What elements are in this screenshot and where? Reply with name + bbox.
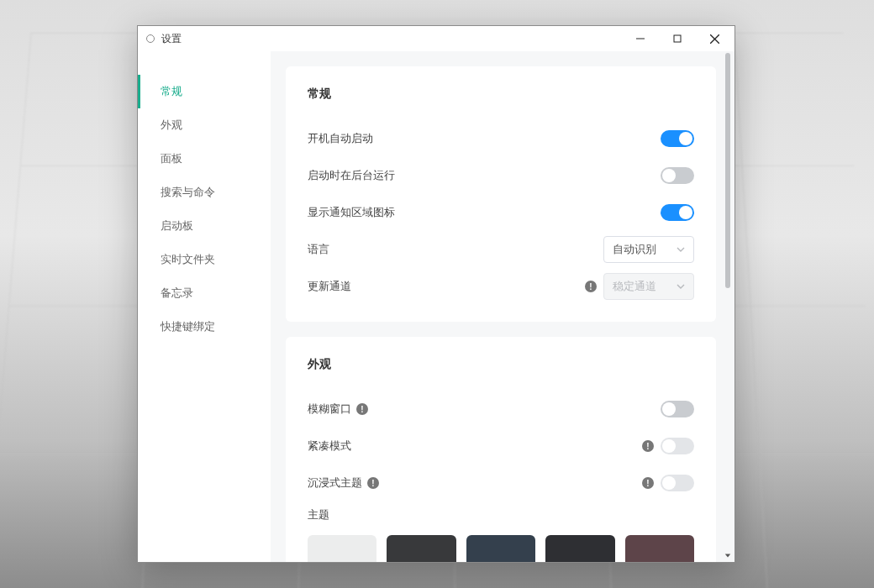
theme-swatch[interactable] [387,535,455,562]
info-icon[interactable]: ! [642,440,654,452]
sidebar-item-label: 实时文件夹 [161,252,215,267]
window-title: 设置 [161,32,182,46]
row-compact: 紧凑模式 ! [308,428,694,465]
theme-swatch[interactable] [466,535,535,562]
toggle-tray[interactable] [661,204,694,221]
titlebar: 设置 [138,26,734,51]
sidebar-item-label: 常规 [161,84,182,99]
row-tray: 显示通知区域图标 [308,194,694,231]
sidebar-item-appearance[interactable]: 外观 [138,108,271,142]
sidebar-item-label: 快捷键绑定 [161,319,215,334]
svg-marker-4 [725,554,730,557]
select-value: 稳定通道 [613,279,656,294]
row-label: 启动时在后台运行 [308,168,395,183]
row-label: 沉浸式主题 ! [308,475,379,491]
info-icon[interactable]: ! [642,477,654,489]
scrollbar-thumb[interactable] [725,53,730,288]
card-title: 外观 [308,357,694,372]
theme-swatch[interactable] [625,535,694,562]
sidebar-item-label: 搜索与命令 [161,185,215,200]
toggle-background[interactable] [661,167,694,184]
row-label: 语言 [308,242,329,257]
content-scroll: 常规 开机自动启动 启动时在后台运行 显示通知区域图标 [286,66,729,562]
theme-swatches [308,535,694,562]
row-label: 显示通知区域图标 [308,205,395,220]
row-blur: 模糊窗口 ! [308,391,694,428]
close-button[interactable] [696,26,733,51]
maximize-button[interactable] [659,26,696,51]
row-label: 主题 [308,507,329,522]
content-area: 常规 开机自动启动 启动时在后台运行 显示通知区域图标 [271,51,734,562]
select-value: 自动识别 [613,242,656,257]
scrollbar[interactable] [721,53,734,562]
sidebar-item-label: 外观 [161,118,182,133]
sidebar-item-search[interactable]: 搜索与命令 [138,176,271,209]
card-appearance: 外观 模糊窗口 ! 紧凑模式 ! [286,337,716,562]
sidebar: 常规 外观 面板 搜索与命令 启动板 实时文件夹 备忘录 快捷键绑定 [138,51,271,562]
row-label: 开机自动启动 [308,131,373,146]
minimize-button[interactable] [622,26,659,51]
toggle-autostart[interactable] [661,130,694,147]
row-label: 更新通道 [308,279,351,294]
sidebar-item-memo[interactable]: 备忘录 [138,276,271,310]
select-channel: 稳定通道 [603,273,694,300]
sidebar-item-livefolder[interactable]: 实时文件夹 [138,243,271,276]
chevron-down-icon [677,245,685,254]
row-label: 模糊窗口 ! [308,402,368,417]
row-channel: 更新通道 ! 稳定通道 [308,268,694,305]
theme-swatch[interactable] [308,535,376,562]
select-language[interactable]: 自动识别 [603,236,694,263]
toggle-blur[interactable] [661,401,694,417]
row-autostart: 开机自动启动 [308,120,694,157]
client-area: 常规 外观 面板 搜索与命令 启动板 实时文件夹 备忘录 快捷键绑定 常规 开机… [138,51,734,562]
toggle-compact [661,438,694,454]
row-theme: 主题 [308,501,694,528]
sidebar-item-label: 面板 [161,151,182,166]
svg-rect-1 [674,35,681,42]
sidebar-item-launchpad[interactable]: 启动板 [138,209,271,243]
card-general: 常规 开机自动启动 启动时在后台运行 显示通知区域图标 [286,66,716,322]
sidebar-item-hotkeys[interactable]: 快捷键绑定 [138,310,271,344]
info-icon[interactable]: ! [356,403,368,415]
sidebar-item-general[interactable]: 常规 [138,75,271,108]
sidebar-item-panel[interactable]: 面板 [138,142,271,176]
card-title: 常规 [308,87,694,102]
sidebar-item-label: 启动板 [161,218,193,234]
chevron-down-icon [677,282,685,291]
sidebar-item-label: 备忘录 [161,286,193,301]
row-label: 紧凑模式 [308,438,351,454]
settings-window: 设置 常规 外观 面板 搜索与命令 启动板 实时文件夹 备忘录 快捷键绑定 [137,25,735,563]
info-icon[interactable]: ! [367,477,379,489]
row-background: 启动时在后台运行 [308,157,694,194]
app-icon [146,34,155,43]
scroll-down-icon[interactable] [721,549,734,562]
info-icon[interactable]: ! [585,281,597,292]
row-immersive: 沉浸式主题 ! ! [308,465,694,501]
toggle-immersive [661,475,694,491]
theme-swatch[interactable] [545,535,614,562]
row-language: 语言 自动识别 [308,231,694,268]
